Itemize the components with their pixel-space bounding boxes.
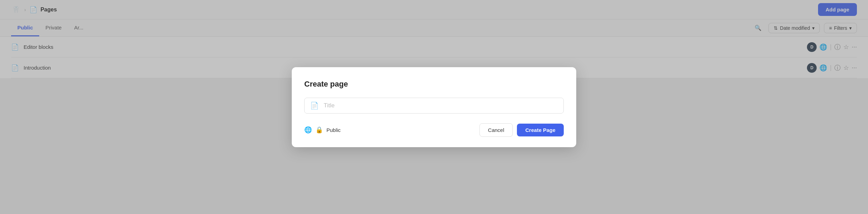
create-page-button[interactable]: Create Page xyxy=(517,124,564,136)
cancel-button[interactable]: Cancel xyxy=(479,123,513,137)
visibility-label: Public xyxy=(326,127,341,133)
modal-overlay[interactable]: Create page 📄 🌐 🔒 Public Cancel Create P… xyxy=(0,0,868,214)
modal-visibility: 🌐 🔒 Public xyxy=(304,126,341,134)
modal-doc-icon: 📄 xyxy=(310,101,319,110)
visibility-globe-icon: 🌐 xyxy=(304,126,312,134)
modal-footer: 🌐 🔒 Public Cancel Create Page xyxy=(304,123,564,137)
modal-input-row: 📄 xyxy=(304,98,564,114)
modal-actions: Cancel Create Page xyxy=(479,123,564,137)
page-title-input[interactable] xyxy=(324,102,558,109)
visibility-lock-icon: 🔒 xyxy=(315,126,323,134)
modal-title: Create page xyxy=(304,80,564,89)
create-page-modal: Create page 📄 🌐 🔒 Public Cancel Create P… xyxy=(292,67,576,147)
